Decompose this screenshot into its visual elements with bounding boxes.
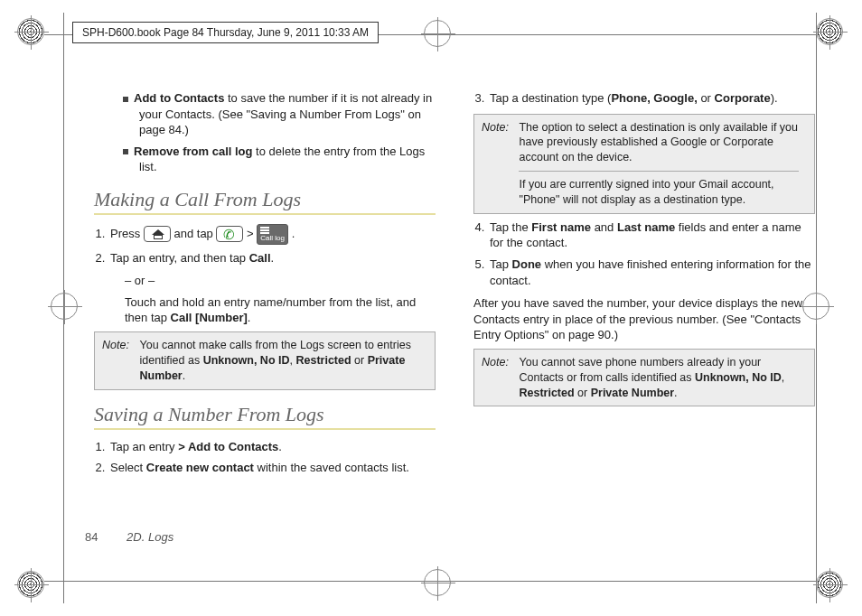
step-5: Tap Done when you have finished entering…	[488, 257, 815, 288]
page-number: 84	[85, 530, 98, 544]
document-meta-header: SPH-D600.book Page 84 Thursday, June 9, …	[72, 22, 379, 43]
registration-mark-icon	[17, 18, 44, 45]
step-2: Select Create new contact within the sav…	[108, 460, 436, 476]
note-destination: Note: The option to select a destination…	[473, 114, 815, 214]
step-2-alt: Touch and hold an entry name/number from…	[125, 294, 436, 326]
bullet-add-to-contacts: Add to Contacts to save the number if it…	[123, 90, 436, 138]
section-rule	[94, 213, 436, 215]
right-column: Tap a destination type (Phone, Google, o…	[461, 90, 815, 483]
registration-mark-icon	[17, 571, 44, 598]
steps-saving-number: Tap an entry > Add to Contacts. Select C…	[108, 439, 436, 476]
section-rule	[94, 428, 436, 430]
steps-continued-2: Tap the First name and Last name fields …	[488, 219, 815, 288]
square-bullet-icon	[123, 149, 128, 154]
steps-continued: Tap a destination type (Phone, Google, o…	[488, 90, 815, 107]
footer-section: 2D. Logs	[126, 530, 173, 544]
note-cannot-save: Note: You cannot save phone numbers alre…	[473, 349, 815, 407]
registration-mark-icon	[816, 571, 843, 598]
square-bullet-icon	[123, 97, 128, 102]
step-1: Press and tap > Call log .	[108, 224, 436, 245]
paragraph-after-save: After you have saved the number, your de…	[473, 295, 815, 343]
step-1: Tap an entry > Add to Contacts.	[108, 439, 436, 455]
step-or: – or –	[125, 273, 436, 289]
phone-icon	[216, 226, 243, 242]
step-2: Tap an entry, and then tap Call.	[108, 250, 436, 266]
note-label: Note:	[102, 338, 136, 353]
note-separator	[519, 171, 799, 172]
home-button-icon	[144, 226, 171, 242]
registration-mark-icon	[816, 18, 843, 45]
bullet-bold: Remove from call log	[134, 145, 252, 158]
page-body: Add to Contacts to save the number if it…	[81, 90, 833, 483]
step-3: Tap a destination type (Phone, Google, o…	[488, 90, 815, 107]
registration-mark-icon	[51, 293, 78, 320]
section-heading-saving-number: Saving a Number From Logs	[94, 403, 436, 426]
left-column: Add to Contacts to save the number if it…	[81, 90, 436, 483]
bullet-bold: Add to Contacts	[134, 91, 224, 105]
note-body: You cannot make calls from the Logs scre…	[139, 338, 419, 384]
call-log-icon: Call log	[257, 224, 288, 245]
note-label: Note:	[482, 355, 516, 370]
registration-mark-icon	[424, 20, 451, 47]
note-cannot-call: Note: You cannot make calls from the Log…	[94, 331, 436, 390]
note-body: The option to select a destination is on…	[519, 120, 799, 208]
section-heading-making-call: Making a Call From Logs	[94, 188, 436, 211]
meta-text: SPH-D600.book Page 84 Thursday, June 9, …	[82, 26, 369, 39]
page-footer: 84 2D. Logs	[85, 530, 173, 544]
step-4: Tap the First name and Last name fields …	[488, 219, 815, 251]
steps-making-call: Press and tap > Call log . Tap an entry,…	[108, 224, 436, 266]
bullet-remove-from-log: Remove from call log to delete the entry…	[123, 144, 436, 175]
registration-mark-icon	[424, 569, 451, 596]
note-label: Note:	[482, 120, 516, 135]
note-body: You cannot save phone numbers already in…	[519, 355, 799, 401]
